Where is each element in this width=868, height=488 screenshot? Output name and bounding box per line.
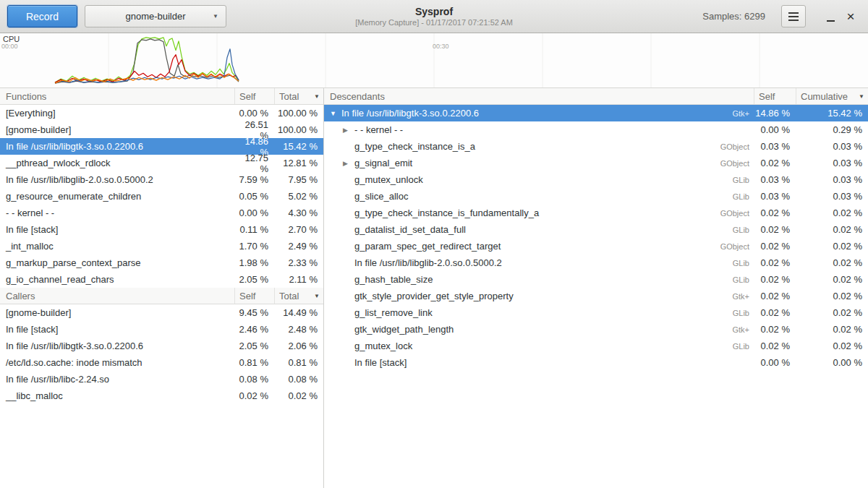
main-area: Functions Self Total ▼ [Everything] 0.00… [0,88,868,488]
callers-self-column-header[interactable]: Self [234,288,274,304]
function-row[interactable]: _int_malloc 1.70 % 2.49 % [0,238,323,254]
record-button[interactable]: Record [7,5,77,27]
function-total-value: 2.11 % [274,274,323,285]
minimize-button[interactable] [820,7,841,27]
descendant-name: g_hash_table_size [354,274,433,285]
expander-icon[interactable]: ▶ [343,127,354,134]
descendant-self-value: 0.02 % [754,257,796,268]
descendant-row[interactable]: g_param_spec_get_redirect_target GObject… [324,238,868,254]
caller-total-value: 2.48 % [274,324,323,335]
descendants-cumulative-column-header[interactable]: Cumulative ▼ [796,88,868,104]
functions-total-column-header[interactable]: Total ▼ [274,88,323,104]
descendant-row[interactable]: In file /usr/lib/libglib-2.0.so.0.5000.2… [324,254,868,271]
descendant-cumulative-value: 0.02 % [796,291,868,301]
caller-row[interactable]: __libc_malloc 0.02 % 0.02 % [0,388,323,404]
functions-self-column-header[interactable]: Self [234,88,274,104]
sysprof-window: Record gnome-builder ▼ Sysprof [Memory C… [0,0,868,488]
library-badge: GLib [713,176,754,184]
callers-total-column-header[interactable]: Total ▼ [274,288,323,304]
header-left-group: Record gnome-builder ▼ [7,5,226,27]
caller-self-value: 2.46 % [234,324,274,335]
function-total-value: 4.30 % [274,207,323,218]
descendant-row[interactable]: g_hash_table_size GLib 0.02 % 0.02 % [324,271,868,288]
descendant-row[interactable]: ▶ g_signal_emit GObject 0.02 % 0.03 % [324,155,868,171]
descendant-self-value: 0.02 % [754,207,796,218]
descendant-self-value: 0.02 % [754,341,796,351]
caller-row[interactable]: In file /usr/lib/libc-2.24.so 0.08 % 0.0… [0,371,323,388]
function-name: _int_malloc [0,241,234,252]
function-row[interactable]: g_markup_parse_context_parse 1.98 % 2.33… [0,254,323,271]
descendant-row[interactable]: g_mutex_unlock GLib 0.03 % 0.03 % [324,171,868,188]
caller-row[interactable]: [gnome-builder] 9.45 % 14.49 % [0,304,323,321]
descendant-row[interactable]: ▼ In file /usr/lib/libgtk-3.so.0.2200.6 … [324,105,868,121]
caller-self-value: 0.81 % [234,357,274,368]
caller-row[interactable]: In file [stack] 2.46 % 2.48 % [0,321,323,338]
descendant-name-cell: g_hash_table_size [324,274,713,285]
window-title-box: Sysprof [Memory Capture] - 01/17/2017 07… [355,6,513,27]
descendants-pane: Descendants Self Cumulative ▼ ▼ In file … [324,88,868,488]
descendant-name: - - kernel - - [354,124,403,135]
descendant-row[interactable]: gtk_widget_path_length Gtk+ 0.02 % 0.02 … [324,321,868,338]
function-self-value: 0.00 % [234,207,274,218]
caller-total-value: 0.02 % [274,390,323,401]
descendants-self-column-header[interactable]: Self [754,88,796,104]
functions-total-label: Total [279,91,299,102]
header-bar: Record gnome-builder ▼ Sysprof [Memory C… [0,0,868,33]
descendant-name-cell: g_param_spec_get_redirect_target [324,241,713,252]
function-self-value: 0.05 % [234,191,274,202]
callers-list: [gnome-builder] 9.45 % 14.49 % In file [… [0,304,323,404]
descendant-row[interactable]: In file [stack] 0.00 % 0.00 % [324,354,868,371]
callers-table-header: Callers Self Total ▼ [0,288,323,304]
descendants-cumulative-label: Cumulative [801,91,848,102]
function-name: In file /usr/lib/libgtk-3.so.0.2200.6 [0,141,234,152]
descendant-cumulative-value: 0.03 % [796,174,868,185]
function-row[interactable]: In file [stack] 0.11 % 2.70 % [0,221,323,238]
caller-row[interactable]: /etc/ld.so.cache: inode mismatch 0.81 % … [0,354,323,371]
function-row[interactable]: In file /usr/lib/libglib-2.0.so.0.5000.2… [0,171,323,188]
descendant-self-value: 0.03 % [754,141,796,152]
callers-column-header[interactable]: Callers [0,288,234,304]
library-badge: GLib [713,342,754,351]
function-row[interactable]: [Everything] 0.00 % 100.00 % [0,105,323,121]
library-badge: GLib [713,226,754,234]
cpu-graph[interactable]: CPU 00:00 00:30 [0,33,868,88]
expander-icon[interactable]: ▶ [343,160,354,167]
function-row[interactable]: g_io_channel_read_chars 2.05 % 2.11 % [0,271,323,288]
descendant-row[interactable]: g_datalist_id_set_data_full GLib 0.02 % … [324,221,868,238]
functions-pane: Functions Self Total ▼ [Everything] 0.00… [0,88,324,488]
function-row[interactable]: - - kernel - - 0.00 % 4.30 % [0,205,323,221]
descendant-self-value: 0.03 % [754,191,796,202]
function-name: In file [stack] [0,224,234,235]
function-self-value: 12.75 % [234,153,274,174]
function-row[interactable]: __pthread_rwlock_rdlock 12.75 % 12.81 % [0,155,323,171]
descendant-row[interactable]: g_slice_alloc GLib 0.03 % 0.03 % [324,188,868,205]
library-badge: GObject [713,242,754,251]
descendant-name: In file [stack] [354,357,407,368]
close-icon: × [846,9,854,23]
functions-column-header[interactable]: Functions [0,88,234,104]
descendant-name: g_mutex_lock [354,341,412,351]
descendant-row[interactable]: gtk_style_provider_get_style_property Gt… [324,288,868,304]
expander-icon[interactable]: ▼ [330,110,341,117]
descendant-row[interactable]: g_type_check_instance_is_a GObject 0.03 … [324,138,868,155]
descendant-name: gtk_style_provider_get_style_property [354,291,514,301]
close-button[interactable]: × [841,7,861,27]
descendant-row[interactable]: g_type_check_instance_is_fundamentally_a… [324,205,868,221]
descendant-cumulative-value: 0.02 % [796,207,868,218]
process-selector-dropdown[interactable]: gnome-builder ▼ [85,5,226,27]
function-row[interactable]: g_resource_enumerate_children 0.05 % 5.0… [0,188,323,205]
menu-button[interactable] [781,5,806,27]
caller-row[interactable]: In file /usr/lib/libgtk-3.so.0.2200.6 2.… [0,338,323,354]
function-row[interactable]: [gnome-builder] 26.51 % 100.00 % [0,121,323,138]
descendant-cumulative-value: 0.02 % [796,341,868,351]
descendant-name-cell: g_list_remove_link [324,307,713,318]
descendant-row[interactable]: g_list_remove_link GLib 0.02 % 0.02 % [324,304,868,321]
descendant-cumulative-value: 0.03 % [796,191,868,202]
descendants-column-header[interactable]: Descendants [324,88,713,104]
descendant-row[interactable]: ▶ - - kernel - - 0.00 % 0.29 % [324,121,868,138]
descendant-self-value: 0.00 % [754,124,796,135]
caller-name: In file /usr/lib/libgtk-3.so.0.2200.6 [0,341,234,351]
descendant-row[interactable]: g_mutex_lock GLib 0.02 % 0.02 % [324,338,868,354]
function-row[interactable]: In file /usr/lib/libgtk-3.so.0.2200.6 14… [0,138,323,155]
descendant-name-cell: In file [stack] [324,357,713,368]
